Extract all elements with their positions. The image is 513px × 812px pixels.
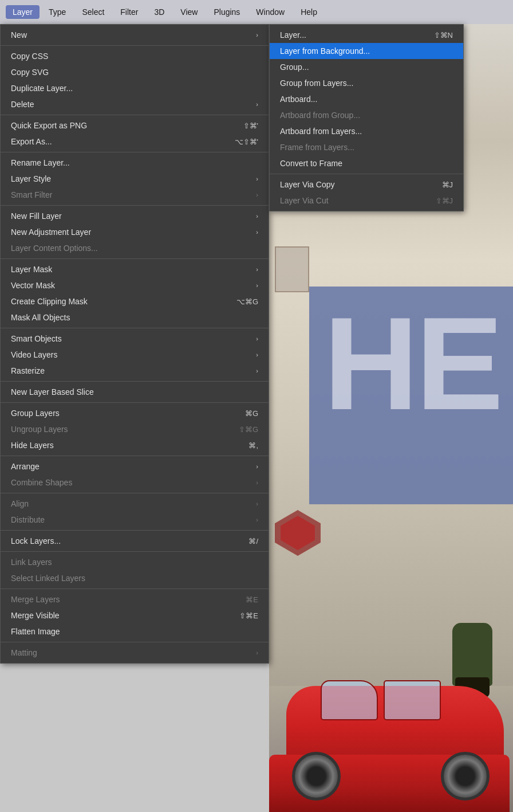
- submenu-row-layer-from-background[interactable]: Layer from Background...: [270, 43, 463, 59]
- submenu-artboard-from-group-label: Artboard from Group...: [280, 111, 360, 120]
- menu-row-smart-objects[interactable]: Smart Objects ›: [1, 331, 269, 347]
- export-as-shortcut: ⌥⇧⌘': [235, 138, 258, 146]
- rasterize-label: Rasterize: [11, 366, 45, 375]
- menu-section-align: Align › Distribute ›: [1, 493, 269, 531]
- copy-css-label: Copy CSS: [11, 52, 48, 61]
- submenu-row-group-from-layers[interactable]: Group from Layers...: [270, 75, 463, 91]
- menu-item-window[interactable]: Window: [249, 5, 291, 19]
- menu-item-help[interactable]: Help: [294, 5, 324, 19]
- menu-item-select[interactable]: Select: [75, 5, 111, 19]
- menu-row-group-layers[interactable]: Group Layers ⌘G: [1, 405, 269, 421]
- menu-row-lock-layers[interactable]: Lock Layers... ⌘/: [1, 533, 269, 549]
- submenu-layer-via-copy-shortcut: ⌘J: [442, 181, 453, 189]
- vector-mask-chevron: ›: [256, 282, 258, 289]
- create-clipping-mask-label: Create Clipping Mask: [11, 297, 88, 306]
- car-wheel-front: [292, 752, 341, 801]
- submenu-row-artboard-from-layers[interactable]: Artboard from Layers...: [270, 123, 463, 139]
- submenu-layer-via-cut-label: Layer Via Cut: [280, 196, 329, 205]
- video-layers-chevron: ›: [256, 351, 258, 358]
- submenu-divider: [270, 174, 463, 174]
- layer-dropdown-menu: New › Copy CSS Copy SVG Duplicate Layer.…: [0, 24, 269, 664]
- delete-chevron: ›: [256, 101, 258, 108]
- menu-row-create-clipping-mask[interactable]: Create Clipping Mask ⌥⌘G: [1, 293, 269, 309]
- vector-mask-label: Vector Mask: [11, 281, 55, 290]
- menu-row-layer-mask[interactable]: Layer Mask ›: [1, 261, 269, 277]
- menu-section-fill: New Fill Layer › New Adjustment Layer › …: [1, 206, 269, 259]
- menu-item-layer[interactable]: Layer: [6, 5, 40, 19]
- new-adjustment-layer-label: New Adjustment Layer: [11, 227, 91, 237]
- menu-row-merge-visible[interactable]: Merge Visible ⇧⌘E: [1, 607, 269, 623]
- he-text-overlay: HE: [323, 298, 501, 430]
- smart-filter-chevron: ›: [256, 191, 258, 198]
- new-adjustment-layer-chevron: ›: [256, 229, 258, 236]
- submenu-group-label: Group...: [280, 62, 309, 72]
- menu-row-new[interactable]: New ›: [1, 27, 269, 43]
- new-layer-based-slice-label: New Layer Based Slice: [11, 387, 94, 397]
- menu-item-view[interactable]: View: [173, 5, 204, 19]
- menu-section-group: Group Layers ⌘G Ungroup Layers ⇧⌘G Hide …: [1, 403, 269, 456]
- plant-leaves: [452, 623, 492, 686]
- menu-row-export-as[interactable]: Export As... ⌥⇧⌘': [1, 134, 269, 150]
- menu-row-hide-layers[interactable]: Hide Layers ⌘,: [1, 437, 269, 453]
- menu-item-plugins[interactable]: Plugins: [207, 5, 247, 19]
- rename-layer-label: Rename Layer...: [11, 158, 70, 167]
- select-linked-layers-label: Select Linked Layers: [11, 574, 85, 583]
- new-label: New: [11, 30, 27, 40]
- menu-section-copy: Copy CSS Copy SVG Duplicate Layer... Del…: [1, 46, 269, 115]
- menu-row-video-layers[interactable]: Video Layers ›: [1, 347, 269, 363]
- mask-all-objects-label: Mask All Objects: [11, 313, 70, 322]
- smart-objects-label: Smart Objects: [11, 334, 62, 343]
- align-chevron: ›: [256, 500, 258, 507]
- menu-section-masks: Layer Mask › Vector Mask › Create Clippi…: [1, 259, 269, 328]
- menu-row-layer-style[interactable]: Layer Style ›: [1, 171, 269, 187]
- smart-filter-label: Smart Filter: [11, 190, 52, 199]
- menu-section-matting: Matting ›: [1, 642, 269, 663]
- new-fill-layer-chevron: ›: [256, 213, 258, 219]
- new-chevron: ›: [256, 32, 258, 38]
- arrange-label: Arrange: [11, 462, 40, 471]
- submenu-row-artboard[interactable]: Artboard...: [270, 91, 463, 107]
- merge-visible-label: Merge Visible: [11, 611, 60, 620]
- menu-row-delete[interactable]: Delete ›: [1, 96, 269, 112]
- menu-row-copy-svg[interactable]: Copy SVG: [1, 64, 269, 80]
- menu-row-quick-export[interactable]: Quick Export as PNG ⇧⌘': [1, 117, 269, 134]
- smart-objects-chevron: ›: [256, 335, 258, 342]
- menu-row-vector-mask[interactable]: Vector Mask ›: [1, 277, 269, 293]
- distribute-chevron: ›: [256, 516, 258, 523]
- menu-row-matting: Matting ›: [1, 645, 269, 661]
- menu-row-flatten-image[interactable]: Flatten Image: [1, 623, 269, 640]
- copy-svg-label: Copy SVG: [11, 68, 49, 77]
- menu-row-copy-css[interactable]: Copy CSS: [1, 48, 269, 64]
- menu-row-rasterize[interactable]: Rasterize ›: [1, 363, 269, 379]
- submenu-artboard-label: Artboard...: [280, 95, 317, 104]
- menu-row-combine-shapes: Combine Shapes ›: [1, 474, 269, 491]
- menu-row-new-layer-based-slice[interactable]: New Layer Based Slice: [1, 384, 269, 400]
- menu-section-slice: New Layer Based Slice: [1, 382, 269, 403]
- menu-bar: Layer Type Select Filter 3D View Plugins…: [0, 0, 513, 24]
- menu-section-export: Quick Export as PNG ⇧⌘' Export As... ⌥⇧⌘…: [1, 115, 269, 152]
- submenu-row-group[interactable]: Group...: [270, 59, 463, 75]
- submenu-layer-via-copy-label: Layer Via Copy: [280, 180, 334, 189]
- menu-section-rename: Rename Layer... Layer Style › Smart Filt…: [1, 152, 269, 206]
- video-layers-label: Video Layers: [11, 350, 57, 359]
- submenu-row-layer-via-cut: Layer Via Cut ⇧⌘J: [270, 193, 463, 209]
- menu-row-duplicate-layer[interactable]: Duplicate Layer...: [1, 80, 269, 96]
- ungroup-layers-shortcut: ⇧⌘G: [239, 425, 258, 434]
- submenu-row-layer-via-copy[interactable]: Layer Via Copy ⌘J: [270, 176, 463, 193]
- quick-export-label: Quick Export as PNG: [11, 121, 87, 130]
- submenu-row-layer[interactable]: Layer... ⇧⌘N: [270, 27, 463, 43]
- duplicate-layer-label: Duplicate Layer...: [11, 84, 73, 93]
- menu-row-arrange[interactable]: Arrange ›: [1, 458, 269, 474]
- menu-section-link: Link Layers Select Linked Layers: [1, 552, 269, 589]
- menu-item-3d[interactable]: 3D: [147, 5, 171, 19]
- menu-section-lock: Lock Layers... ⌘/: [1, 531, 269, 552]
- menu-row-select-linked-layers: Select Linked Layers: [1, 570, 269, 586]
- menu-row-new-adjustment-layer[interactable]: New Adjustment Layer ›: [1, 224, 269, 240]
- menu-row-rename-layer[interactable]: Rename Layer...: [1, 155, 269, 171]
- menu-row-mask-all-objects[interactable]: Mask All Objects: [1, 309, 269, 325]
- menu-item-filter[interactable]: Filter: [113, 5, 145, 19]
- submenu-layer-label: Layer...: [280, 30, 306, 40]
- menu-row-new-fill-layer[interactable]: New Fill Layer ›: [1, 208, 269, 224]
- submenu-row-convert-to-frame[interactable]: Convert to Frame: [270, 155, 463, 171]
- menu-item-type[interactable]: Type: [42, 5, 73, 19]
